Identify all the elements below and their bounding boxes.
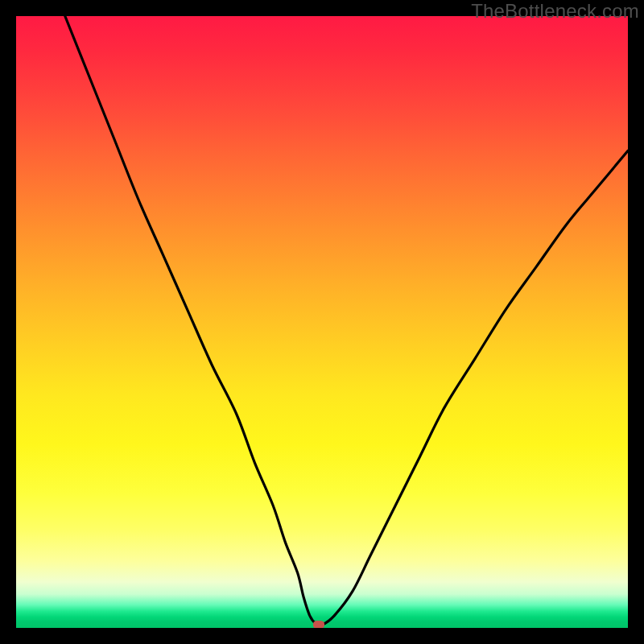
plot-area [16, 16, 628, 628]
chart-frame: TheBottleneck.com [0, 0, 644, 644]
bottleneck-curve [16, 16, 628, 628]
watermark-text: TheBottleneck.com [471, 0, 639, 23]
minimum-marker [313, 621, 324, 628]
